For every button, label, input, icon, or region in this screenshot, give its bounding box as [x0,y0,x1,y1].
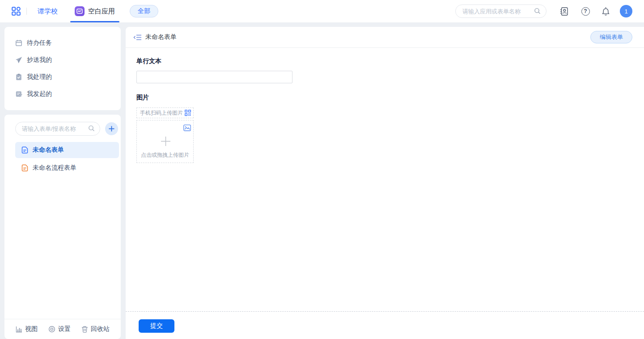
tab-blank-app[interactable]: 空白应用 [70,0,119,22]
views-label: 视图 [25,325,38,333]
bar-chart-icon [16,326,22,333]
submit-button[interactable]: 提交 [139,319,174,333]
qr-code-icon [185,110,191,116]
views-button[interactable]: 视图 [16,325,38,333]
sidebar-item-label: 我发起的 [27,90,52,98]
sidebar-item-label: 我处理的 [27,73,52,81]
workspace-link[interactable]: 谭学校 [38,0,58,22]
form-search-row [15,122,119,136]
sidebar-menu-card: 待办任务 抄送我的 我处理的 我发 [4,27,121,110]
sidebar-item-initiated-by-me[interactable]: 我发起的 [4,86,121,103]
form-doc-icon-orange [21,164,28,172]
trash-icon [81,326,88,333]
image-icon [183,124,191,131]
add-form-button[interactable] [105,122,118,135]
doc-edit-icon [15,90,22,98]
sidebar-forms-card: 未命名表单 未命名流程表单 视图 [4,115,121,339]
send-icon [15,56,22,64]
search-icon [534,8,541,14]
recycle-bin-button[interactable]: 回收站 [81,325,110,333]
form-item-label: 未命名表单 [33,146,64,154]
sidebar-item-label: 待办任务 [27,39,52,47]
form-item-label: 未命名流程表单 [33,164,76,172]
header-divider [26,8,27,15]
search-icon [88,125,95,132]
bell-icon[interactable] [601,6,610,16]
image-upload-dropzone[interactable]: 点击或拖拽上传图片 [136,120,194,163]
forms-list: 未命名表单 未命名流程表单 [15,142,119,176]
single-line-text-input[interactable] [136,71,292,83]
active-tab-indicator [70,21,119,22]
upload-hint: 点击或拖拽上传图片 [137,151,193,159]
calendar-icon [15,39,22,47]
top-header: 谭学校 空白应用 全部 ? [0,0,644,22]
collapse-sidebar-icon[interactable] [133,33,142,42]
text-field-label: 单行文本 [136,57,161,64]
settings-button[interactable]: 设置 [48,325,71,333]
form-item-untitled-form[interactable]: 未命名表单 [15,142,119,158]
form-search-input[interactable] [15,122,100,136]
sidebar-item-label: 抄送我的 [27,56,52,64]
form-title: 未命名表单 [145,33,177,41]
contacts-icon[interactable] [559,6,569,16]
form-body: 单行文本 图片 手机扫码上传图片 [126,48,644,163]
plus-icon [160,136,171,147]
app-tab-label: 空白应用 [88,7,115,16]
question-mark: ? [581,7,590,16]
apps-grid-icon[interactable] [12,7,21,16]
header-search-input[interactable] [455,4,547,18]
header-search [455,4,547,18]
qr-upload-hint: 手机扫码上传图片 [140,109,183,117]
avatar[interactable]: 1 [620,5,632,17]
qr-upload-button[interactable]: 手机扫码上传图片 [136,107,194,118]
sidebar-item-cc-to-me[interactable]: 抄送我的 [4,51,121,69]
filter-all-button[interactable]: 全部 [130,5,158,17]
help-icon[interactable]: ? [580,6,590,16]
app-icon [75,6,85,16]
sidebar-item-todo-tasks[interactable]: 待办任务 [4,34,121,51]
image-field-label: 图片 [136,94,644,102]
sidebar-footer: 视图 设置 回收站 [4,319,121,339]
form-doc-icon-blue [21,146,28,154]
form-item-untitled-flow-form[interactable]: 未命名流程表单 [15,160,119,176]
edit-form-button[interactable]: 编辑表单 [590,31,632,43]
clipboard-check-icon [15,73,22,81]
form-header: 未命名表单 编辑表单 [126,27,644,48]
gear-icon [48,326,55,333]
footer-divider [126,311,644,312]
form-search [15,122,100,136]
main-panel: 未命名表单 编辑表单 单行文本 图片 手机扫码上传图片 [126,27,644,339]
sidebar-item-handled-by-me[interactable]: 我处理的 [4,69,121,86]
recycle-bin-label: 回收站 [91,325,110,333]
settings-label: 设置 [58,325,71,333]
